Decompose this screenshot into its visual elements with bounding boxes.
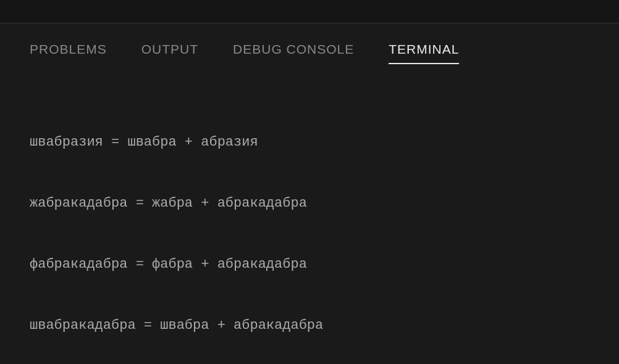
terminal-line: жабракадабра = жабра + абракадабра: [30, 193, 619, 213]
tab-output[interactable]: OUTPUT: [141, 42, 198, 64]
tab-terminal[interactable]: TERMINAL: [389, 42, 459, 64]
terminal-line: швабракадабра = швабра + абракадабра: [30, 315, 619, 336]
panel-tabs: PROBLEMS OUTPUT DEBUG CONSOLE TERMINAL: [0, 23, 619, 79]
terminal-output[interactable]: швабразия = швабра + абразия жабракадабр…: [0, 79, 619, 364]
editor-top-bar: [0, 0, 619, 23]
terminal-line: фабракадабра = фабра + абракадабра: [30, 254, 619, 275]
tab-debug-console[interactable]: DEBUG CONSOLE: [233, 42, 354, 64]
tab-problems[interactable]: PROBLEMS: [30, 42, 107, 64]
terminal-line: швабразия = швабра + абразия: [30, 132, 619, 152]
